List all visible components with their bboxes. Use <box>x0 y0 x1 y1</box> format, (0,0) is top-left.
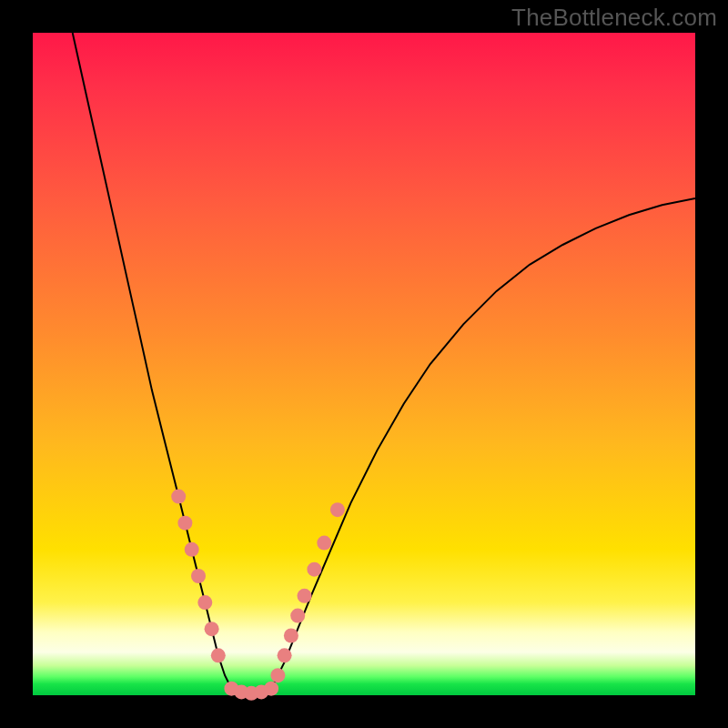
data-marker <box>284 629 298 643</box>
data-marker <box>307 562 321 577</box>
data-marker <box>177 516 192 531</box>
marker-group <box>171 490 345 701</box>
watermark-text: TheBottleneck.com <box>511 4 717 32</box>
chart-frame: TheBottleneck.com <box>0 0 728 728</box>
data-marker <box>270 668 285 682</box>
plot-area <box>33 33 695 695</box>
data-marker <box>171 490 186 504</box>
curve-group <box>73 33 695 693</box>
data-marker <box>330 502 345 517</box>
data-marker <box>185 542 199 557</box>
data-marker <box>197 595 212 610</box>
data-marker <box>205 622 219 636</box>
chart-svg <box>33 33 695 695</box>
bottleneck-curve <box>73 33 695 693</box>
data-marker <box>191 569 206 583</box>
data-marker <box>290 609 305 623</box>
data-marker <box>298 589 312 603</box>
data-marker <box>278 648 292 662</box>
data-marker <box>317 536 331 551</box>
data-marker <box>264 682 278 696</box>
data-marker <box>211 648 226 662</box>
